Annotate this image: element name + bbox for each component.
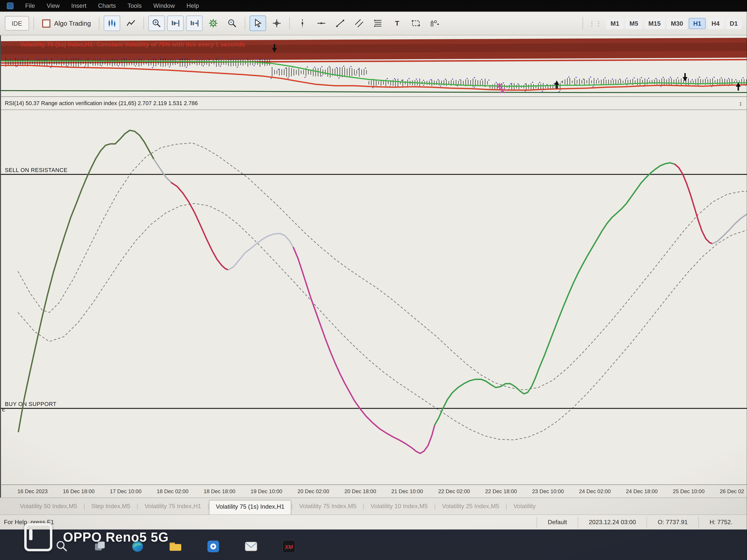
trendline-tool-button[interactable] [332,16,349,31]
rectangle-tool-button[interactable] [408,16,424,31]
rsi-curve-segment [713,214,747,244]
chart-tab[interactable]: Volatility 75 (1s) Index,H1 [209,500,291,514]
chart-tab[interactable]: Volatility 50 Index,M5 [14,500,83,512]
time-axis-label: 18 Dec 02:00 [157,488,188,494]
toolbar-separator [33,17,34,30]
rsi-indicator-header: RSI(14) 50.37 Range action verification … [1,97,747,110]
vertical-line-icon [298,19,307,28]
equidistant-channel-tool-button[interactable] [351,16,367,31]
arrows-objects-dropdown-button[interactable] [427,16,443,31]
algo-trading-button[interactable]: Algo Trading [38,19,95,27]
rsi-indicator-panel[interactable]: SELL ON RESISTANCEBUY ON SUPPORTE [1,110,747,484]
menu-item-charts[interactable]: Charts [98,2,116,9]
chart-tab[interactable]: Volatility 10 Index,M5 [364,500,434,512]
text-tool-icon: T [395,19,400,27]
windows-taskbar: XM [0,530,747,560]
taskbar-photos-app-icon[interactable] [205,538,221,554]
toolbar-separator [583,17,583,30]
tab-separator: | [363,503,364,510]
shift-chart-right-button[interactable] [186,16,203,31]
status-help-text: For Help, press F1 [4,519,54,526]
algo-trading-checkbox-icon [42,19,50,27]
shift-left-icon [171,19,180,28]
timeframe-m15[interactable]: M15 [644,18,665,29]
chart-tab[interactable]: Volatility 75 Index,H1 [138,500,207,512]
taskbar-xm-app-icon[interactable]: XM [281,538,297,554]
timeframe-m30[interactable]: M30 [666,18,687,29]
chart-tab[interactable]: Volatility 25 Index,M5 [436,500,506,512]
settings-gear-button[interactable] [205,16,222,31]
price-chart-title: Volatility 75 (1s) Index,H1: Constant Vo… [20,41,245,48]
time-axis-label: 17 Dec 10:00 [110,488,141,494]
left-edge-marker: E [2,407,5,412]
taskbar-edge-browser-icon[interactable] [130,538,146,554]
app-icon [7,2,14,9]
rectangle-icon [411,19,421,28]
toolbar: IDE Algo Trading [0,11,747,35]
desktop: FileViewInsertChartsToolsWindowHelp IDE … [0,0,747,560]
rsi-indicator-label: RSI(14) 50.37 Range action verification … [5,100,198,106]
cursor-button[interactable] [250,16,266,31]
price-chart[interactable]: Volatility 75 (1s) Index,H1: Constant Vo… [1,35,747,97]
menu-item-window[interactable]: Window [153,2,175,9]
taskbar-search-icon[interactable] [54,538,70,554]
time-axis-label: 16 Dec 2023 [18,488,48,494]
status-right-cells: Default2023.12.24 03:00O: 7737.91H: 7752… [537,515,743,530]
shift-chart-left-button[interactable] [168,16,184,31]
rsi-curve-segment [19,130,154,432]
toolbar-grip-icon[interactable]: ⋮⋮ [589,20,602,27]
chart-tab[interactable]: Volatility 75 Index,M5 [293,500,363,512]
timeframe-h4[interactable]: H4 [707,18,724,29]
cursor-icon [253,19,263,28]
tab-separator: | [83,503,85,510]
level-line-label: SELL ON RESISTANCE [5,167,68,173]
timeframe-m5[interactable]: M5 [625,18,642,29]
timeframe-h1[interactable]: H1 [689,18,706,29]
chart-tab[interactable]: Volatility [507,500,542,512]
algo-trading-label: Algo Trading [54,20,91,27]
rsi-chart-canvas: SELL ON RESISTANCEBUY ON SUPPORTE [1,110,747,484]
menu-item-tools[interactable]: Tools [127,2,142,9]
time-axis-label: 20 Dec 02:00 [298,488,329,494]
time-axis-label: 23 Dec 10:00 [532,488,564,494]
time-axis[interactable]: 16 Dec 202316 Dec 18:0017 Dec 10:0018 De… [0,484,747,498]
ravi-dashed-band [18,204,747,440]
shift-right-icon [190,19,199,28]
fibonacci-tool-button[interactable] [370,16,386,31]
toolbar-separator [99,17,100,30]
menu-item-insert[interactable]: Insert [71,2,86,9]
taskbar-task-view-icon[interactable] [92,538,108,554]
chart-tab[interactable]: Step Index,M5 [85,500,137,512]
time-axis-label: 24 Dec 02:00 [579,488,611,494]
chart-window: Volatility 75 (1s) Index,H1: Constant Vo… [0,35,747,484]
time-axis-label: 26 Dec 02 [720,488,744,494]
toolbar-separator [245,17,246,30]
menu-item-help[interactable]: Help [186,2,199,9]
line-chart-mode-button[interactable] [123,16,139,31]
ide-button[interactable]: IDE [5,16,29,30]
status-cell: O: 7737.91 [647,517,698,528]
crosshair-button[interactable] [269,16,285,31]
vertical-line-tool-button[interactable] [294,16,311,31]
scale-adjust-icon[interactable]: ↕ [739,100,742,107]
bar-chart-mode-button[interactable] [104,16,120,31]
menu-item-file[interactable]: File [25,2,35,9]
horizontal-line-tool-button[interactable] [313,16,330,31]
menu-item-view[interactable]: View [47,2,60,9]
zoom-in-icon [152,19,161,28]
menu-items: FileViewInsertChartsToolsWindowHelp [25,2,199,9]
taskbar-file-explorer-icon[interactable] [168,538,183,554]
taskbar-mail-app-icon[interactable] [243,538,259,554]
zoom-out-button[interactable] [224,16,240,31]
text-tool-button[interactable]: T [389,16,405,31]
status-cell: 2023.12.24 03:00 [578,517,647,528]
status-cell: Default [537,517,578,528]
horizontal-line-icon [317,19,326,28]
fibonacci-icon [374,19,383,28]
zoom-in-button[interactable] [149,16,165,31]
gear-icon [209,19,218,28]
ravi-dashed-band [18,143,747,390]
rsi-curve-segment [293,247,435,453]
timeframe-d1[interactable]: D1 [725,18,742,29]
timeframe-m1[interactable]: M1 [606,18,624,29]
